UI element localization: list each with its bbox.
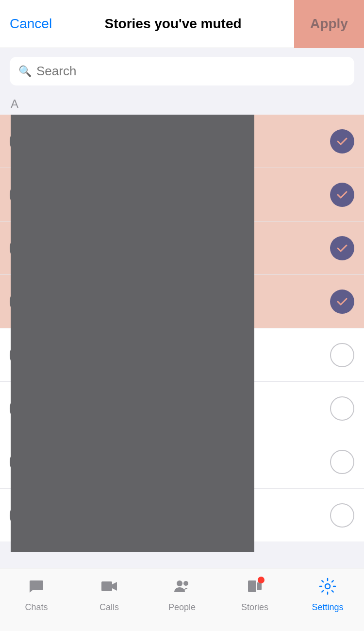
svg-rect-3 — [248, 580, 256, 592]
chat-icon — [28, 578, 45, 599]
checkbox-unchecked[interactable] — [330, 343, 354, 367]
checkmark-icon — [335, 188, 349, 202]
checkbox-unchecked[interactable] — [330, 450, 354, 474]
checkbox-unchecked[interactable] — [330, 503, 354, 528]
search-container: 🔍 — [0, 48, 364, 90]
checkbox-checked[interactable] — [330, 236, 354, 260]
search-icon: 🔍 — [18, 65, 32, 78]
video-icon — [100, 578, 118, 599]
tab-chats-label: Chats — [25, 602, 48, 613]
search-bar: 🔍 — [10, 57, 354, 85]
tab-settings-label: Settings — [312, 602, 343, 613]
svg-rect-0 — [101, 581, 112, 591]
tab-calls-label: Calls — [99, 602, 119, 613]
cancel-button[interactable]: Cancel — [10, 16, 52, 32]
tab-stories-label: Stories — [241, 602, 268, 613]
tab-settings[interactable]: Settings — [291, 578, 364, 613]
svg-point-5 — [325, 584, 330, 589]
checkmark-icon — [335, 241, 349, 255]
tab-chats[interactable]: Chats — [0, 578, 73, 613]
tab-calls[interactable]: Calls — [73, 578, 146, 613]
tab-bar: Chats Calls People — [0, 568, 364, 631]
checkbox-checked[interactable] — [330, 129, 354, 153]
placeholder-block — [11, 115, 254, 552]
checkbox-checked[interactable] — [330, 290, 354, 314]
settings-icon — [319, 578, 336, 599]
checkmark-icon — [335, 135, 349, 148]
checkmark-icon — [335, 295, 349, 308]
svg-point-2 — [183, 581, 188, 586]
checkbox-checked[interactable] — [330, 183, 354, 207]
stories-badge — [258, 577, 265, 583]
tab-stories[interactable]: Stories — [218, 578, 291, 613]
checkbox-unchecked[interactable] — [330, 396, 354, 421]
page-title: Stories you've muted — [105, 16, 242, 32]
header: Cancel Stories you've muted Apply — [0, 0, 364, 48]
svg-rect-4 — [257, 582, 262, 590]
people-icon — [173, 578, 191, 599]
main-content — [0, 115, 364, 605]
apply-button[interactable]: Apply — [294, 0, 364, 48]
tab-people[interactable]: People — [146, 578, 218, 613]
section-letter-a: A — [0, 90, 364, 115]
svg-point-1 — [177, 580, 182, 586]
tab-people-label: People — [168, 602, 196, 613]
search-input[interactable] — [36, 64, 346, 79]
items-section — [0, 115, 364, 542]
stories-icon — [246, 578, 264, 599]
